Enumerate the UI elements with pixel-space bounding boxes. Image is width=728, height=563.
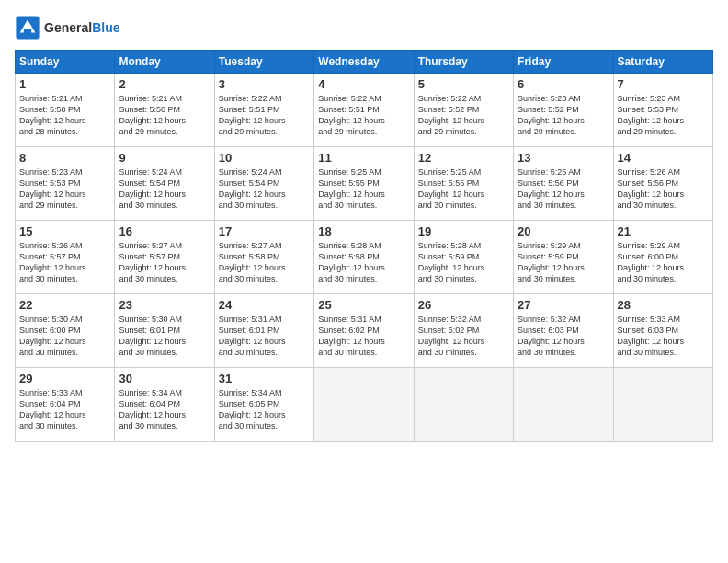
day-number: 14	[618, 151, 709, 165]
day-cell: 4Sunrise: 5:22 AM Sunset: 5:51 PM Daylig…	[314, 74, 414, 147]
day-cell: 20Sunrise: 5:29 AM Sunset: 5:59 PM Dayli…	[514, 221, 613, 294]
day-info: Sunrise: 5:27 AM Sunset: 5:57 PM Dayligh…	[119, 240, 210, 285]
day-number: 29	[19, 372, 110, 385]
day-info: Sunrise: 5:28 AM Sunset: 5:58 PM Dayligh…	[318, 240, 409, 285]
weekday-thursday: Thursday	[414, 51, 513, 74]
day-info: Sunrise: 5:22 AM Sunset: 5:51 PM Dayligh…	[318, 93, 409, 138]
day-info: Sunrise: 5:33 AM Sunset: 6:04 PM Dayligh…	[19, 387, 110, 432]
logo: GeneralBlue	[15, 15, 119, 40]
day-cell: 16Sunrise: 5:27 AM Sunset: 5:57 PM Dayli…	[115, 221, 214, 294]
day-cell	[514, 368, 613, 442]
day-cell: 30Sunrise: 5:34 AM Sunset: 6:04 PM Dayli…	[115, 368, 214, 442]
day-info: Sunrise: 5:24 AM Sunset: 5:54 PM Dayligh…	[119, 167, 210, 212]
calendar: SundayMondayTuesdayWednesdayThursdayFrid…	[15, 50, 713, 442]
header: GeneralBlue	[15, 15, 713, 40]
week-row-2: 8Sunrise: 5:23 AM Sunset: 5:53 PM Daylig…	[16, 147, 713, 221]
day-cell: 23Sunrise: 5:30 AM Sunset: 6:01 PM Dayli…	[115, 294, 214, 368]
day-number: 1	[19, 77, 110, 91]
day-cell: 15Sunrise: 5:26 AM Sunset: 5:57 PM Dayli…	[16, 221, 115, 294]
day-cell	[414, 368, 513, 442]
day-number: 7	[618, 77, 709, 91]
day-number: 23	[119, 298, 210, 312]
day-cell: 2Sunrise: 5:21 AM Sunset: 5:50 PM Daylig…	[115, 74, 214, 147]
day-cell: 19Sunrise: 5:28 AM Sunset: 5:59 PM Dayli…	[414, 221, 513, 294]
day-info: Sunrise: 5:25 AM Sunset: 5:55 PM Dayligh…	[318, 167, 409, 212]
day-info: Sunrise: 5:30 AM Sunset: 6:00 PM Dayligh…	[19, 314, 110, 359]
day-number: 30	[119, 372, 210, 385]
day-number: 18	[318, 224, 409, 238]
day-info: Sunrise: 5:29 AM Sunset: 6:00 PM Dayligh…	[618, 240, 709, 285]
logo-text: GeneralBlue	[44, 20, 119, 36]
day-cell: 26Sunrise: 5:32 AM Sunset: 6:02 PM Dayli…	[414, 294, 513, 368]
day-cell: 21Sunrise: 5:29 AM Sunset: 6:00 PM Dayli…	[613, 221, 712, 294]
day-number: 17	[219, 224, 310, 238]
day-number: 10	[219, 151, 310, 165]
day-info: Sunrise: 5:31 AM Sunset: 6:02 PM Dayligh…	[318, 314, 409, 359]
day-number: 8	[19, 151, 110, 165]
day-cell	[314, 368, 414, 442]
day-number: 24	[219, 298, 310, 312]
day-number: 9	[119, 151, 210, 165]
day-info: Sunrise: 5:22 AM Sunset: 5:52 PM Dayligh…	[418, 93, 509, 138]
day-cell: 3Sunrise: 5:22 AM Sunset: 5:51 PM Daylig…	[214, 74, 313, 147]
day-number: 25	[318, 298, 409, 312]
day-cell: 27Sunrise: 5:32 AM Sunset: 6:03 PM Dayli…	[514, 294, 613, 368]
day-number: 21	[618, 224, 709, 238]
day-info: Sunrise: 5:31 AM Sunset: 6:01 PM Dayligh…	[219, 314, 310, 359]
week-row-5: 29Sunrise: 5:33 AM Sunset: 6:04 PM Dayli…	[16, 368, 713, 442]
day-cell	[613, 368, 712, 442]
day-number: 27	[518, 298, 609, 312]
day-cell: 11Sunrise: 5:25 AM Sunset: 5:55 PM Dayli…	[314, 147, 414, 221]
weekday-saturday: Saturday	[613, 51, 712, 74]
day-cell: 13Sunrise: 5:25 AM Sunset: 5:56 PM Dayli…	[514, 147, 613, 221]
weekday-wednesday: Wednesday	[314, 51, 414, 74]
day-cell: 7Sunrise: 5:23 AM Sunset: 5:53 PM Daylig…	[613, 74, 712, 147]
day-info: Sunrise: 5:25 AM Sunset: 5:56 PM Dayligh…	[518, 167, 609, 212]
week-row-4: 22Sunrise: 5:30 AM Sunset: 6:00 PM Dayli…	[16, 294, 713, 368]
logo-icon	[15, 15, 40, 40]
day-number: 2	[119, 77, 210, 91]
day-cell: 8Sunrise: 5:23 AM Sunset: 5:53 PM Daylig…	[16, 147, 115, 221]
weekday-tuesday: Tuesday	[214, 51, 313, 74]
day-number: 26	[418, 298, 509, 312]
week-row-3: 15Sunrise: 5:26 AM Sunset: 5:57 PM Dayli…	[16, 221, 713, 294]
day-cell: 22Sunrise: 5:30 AM Sunset: 6:00 PM Dayli…	[16, 294, 115, 368]
day-number: 15	[19, 224, 110, 238]
day-cell: 9Sunrise: 5:24 AM Sunset: 5:54 PM Daylig…	[115, 147, 214, 221]
svg-rect-2	[24, 29, 31, 35]
day-info: Sunrise: 5:21 AM Sunset: 5:50 PM Dayligh…	[19, 93, 110, 138]
day-info: Sunrise: 5:33 AM Sunset: 6:03 PM Dayligh…	[618, 314, 709, 359]
day-info: Sunrise: 5:29 AM Sunset: 5:59 PM Dayligh…	[518, 240, 609, 285]
day-number: 28	[618, 298, 709, 312]
day-info: Sunrise: 5:30 AM Sunset: 6:01 PM Dayligh…	[119, 314, 210, 359]
day-number: 19	[418, 224, 509, 238]
week-row-1: 1Sunrise: 5:21 AM Sunset: 5:50 PM Daylig…	[16, 74, 713, 147]
day-info: Sunrise: 5:26 AM Sunset: 5:56 PM Dayligh…	[618, 167, 709, 212]
day-cell: 31Sunrise: 5:34 AM Sunset: 6:05 PM Dayli…	[214, 368, 313, 442]
day-number: 16	[119, 224, 210, 238]
day-cell: 18Sunrise: 5:28 AM Sunset: 5:58 PM Dayli…	[314, 221, 414, 294]
day-info: Sunrise: 5:34 AM Sunset: 6:05 PM Dayligh…	[219, 387, 310, 432]
day-cell: 24Sunrise: 5:31 AM Sunset: 6:01 PM Dayli…	[214, 294, 313, 368]
day-number: 4	[318, 77, 409, 91]
day-number: 22	[19, 298, 110, 312]
day-number: 12	[418, 151, 509, 165]
weekday-monday: Monday	[115, 51, 214, 74]
svg-point-3	[25, 23, 31, 29]
weekday-friday: Friday	[514, 51, 613, 74]
day-number: 3	[219, 77, 310, 91]
day-cell: 6Sunrise: 5:23 AM Sunset: 5:52 PM Daylig…	[514, 74, 613, 147]
day-cell: 17Sunrise: 5:27 AM Sunset: 5:58 PM Dayli…	[214, 221, 313, 294]
day-info: Sunrise: 5:32 AM Sunset: 6:03 PM Dayligh…	[518, 314, 609, 359]
day-cell: 10Sunrise: 5:24 AM Sunset: 5:54 PM Dayli…	[214, 147, 313, 221]
day-info: Sunrise: 5:23 AM Sunset: 5:53 PM Dayligh…	[618, 93, 709, 138]
day-info: Sunrise: 5:23 AM Sunset: 5:53 PM Dayligh…	[19, 167, 110, 212]
day-cell: 29Sunrise: 5:33 AM Sunset: 6:04 PM Dayli…	[16, 368, 115, 442]
page: GeneralBlue SundayMondayTuesdayWednesday…	[0, 0, 728, 563]
day-info: Sunrise: 5:34 AM Sunset: 6:04 PM Dayligh…	[119, 387, 210, 432]
day-number: 20	[518, 224, 609, 238]
day-info: Sunrise: 5:24 AM Sunset: 5:54 PM Dayligh…	[219, 167, 310, 212]
day-info: Sunrise: 5:23 AM Sunset: 5:52 PM Dayligh…	[518, 93, 609, 138]
day-cell: 25Sunrise: 5:31 AM Sunset: 6:02 PM Dayli…	[314, 294, 414, 368]
day-info: Sunrise: 5:22 AM Sunset: 5:51 PM Dayligh…	[219, 93, 310, 138]
